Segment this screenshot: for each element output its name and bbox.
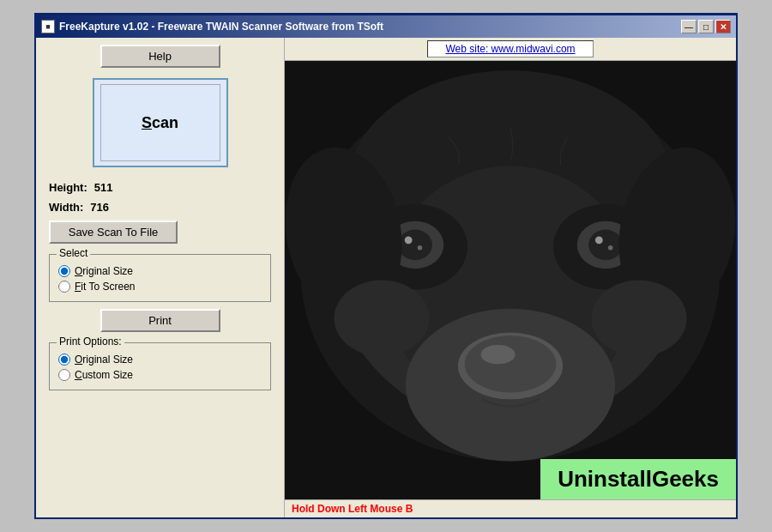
print-original-radio[interactable] (58, 354, 70, 366)
left-panel: Help Scan Height: 511 Width: 716 Save Sc… (36, 38, 285, 517)
scan-image-area: UninstallGeeks (285, 61, 736, 499)
window-title: FreeKapture v1.02 - Freeware TWAIN Scann… (59, 21, 383, 33)
fit-to-screen-label: Fit To Screen (75, 281, 136, 293)
svg-point-8 (398, 230, 432, 261)
minimize-button[interactable]: — (681, 20, 697, 33)
print-original-label: Original Size (75, 354, 133, 366)
help-button[interactable]: Help (100, 45, 220, 68)
height-row: Height: 511 (49, 181, 271, 194)
svg-point-9 (405, 236, 413, 244)
scan-underline: S (142, 114, 152, 131)
scan-label-rest: can (152, 114, 178, 131)
save-scan-button[interactable]: Save Scan To File (49, 221, 178, 244)
print-custom-label: Custom Size (75, 369, 133, 381)
website-bar: Web site: www.midwavi.com (285, 38, 736, 61)
dog-image (285, 61, 736, 499)
fit-to-screen-radio-row: Fit To Screen (58, 281, 262, 293)
title-buttons: — □ ✕ (681, 20, 731, 33)
print-options-group: Print Options: Original Size Custom Size (49, 342, 271, 390)
main-window: ■ FreeKapture v1.02 - Freeware TWAIN Sca… (34, 13, 738, 519)
svg-point-13 (595, 236, 603, 244)
status-text: Hold Down Left Mouse B (292, 503, 413, 515)
print-button[interactable]: Print (100, 309, 220, 332)
title-bar-left: ■ FreeKapture v1.02 - Freeware TWAIN Sca… (41, 20, 383, 33)
original-size-label: Original Size (75, 265, 133, 277)
svg-point-10 (418, 245, 423, 251)
svg-point-17 (465, 336, 557, 393)
svg-point-18 (481, 345, 516, 364)
original-size-radio-row: Original Size (58, 265, 262, 277)
right-panel: Web site: www.midwavi.com (285, 38, 736, 517)
svg-point-12 (588, 230, 623, 261)
status-bar: Hold Down Left Mouse B (285, 499, 736, 517)
main-content: Help Scan Height: 511 Width: 716 Save Sc… (36, 38, 736, 517)
height-value: 511 (94, 181, 113, 194)
print-custom-radio-row: Custom Size (58, 369, 262, 381)
height-label: Height: (49, 181, 87, 194)
title-bar: ■ FreeKapture v1.02 - Freeware TWAIN Sca… (36, 15, 736, 38)
select-legend: Select (57, 247, 90, 259)
width-row: Width: 716 (49, 201, 271, 214)
close-button[interactable]: ✕ (715, 20, 731, 33)
website-link[interactable]: Web site: www.midwavi.com (427, 40, 593, 57)
fit-to-screen-radio[interactable] (58, 281, 70, 293)
original-size-radio[interactable] (58, 265, 70, 277)
scan-button[interactable]: Scan (100, 84, 220, 161)
print-options-legend: Print Options: (57, 336, 124, 348)
svg-point-21 (334, 281, 429, 357)
svg-point-14 (608, 245, 613, 251)
maximize-button[interactable]: □ (698, 20, 714, 33)
watermark: UninstallGeeks (540, 459, 736, 499)
width-label: Width: (49, 201, 83, 214)
print-custom-radio[interactable] (58, 369, 70, 381)
svg-point-22 (591, 281, 686, 357)
app-icon: ■ (41, 20, 55, 33)
select-group: Select Original Size Fit To Screen (49, 254, 271, 302)
print-original-radio-row: Original Size (58, 354, 262, 366)
width-value: 716 (90, 201, 109, 214)
